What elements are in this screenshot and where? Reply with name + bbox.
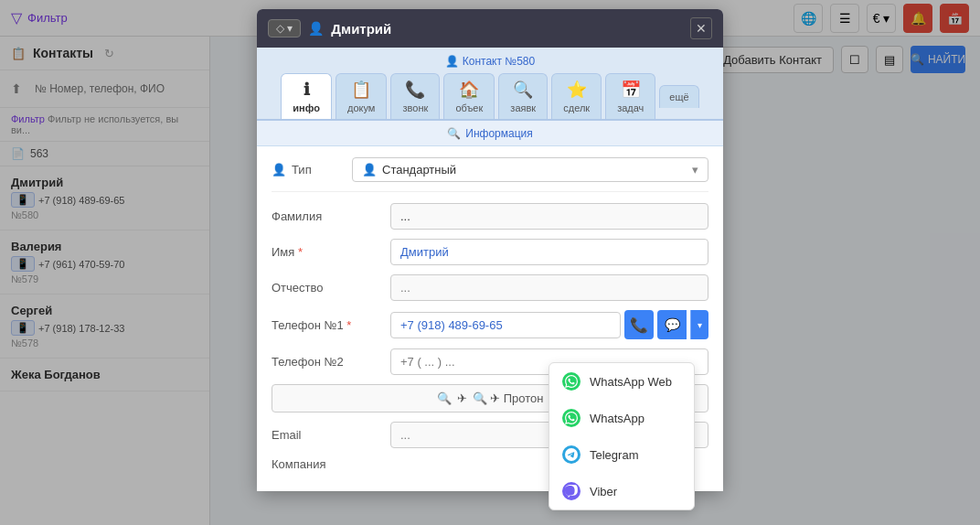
modal-tag-button[interactable]: ◇ ▾: [268, 19, 301, 38]
proton-label: 🔍 ✈ Протон: [473, 391, 544, 405]
info-icon: ℹ: [304, 80, 310, 100]
type-value: Стандартный: [382, 163, 456, 177]
requests-icon: 🔍: [513, 80, 533, 100]
whatsapp-web-label: WhatsApp Web: [590, 375, 672, 389]
tab-info[interactable]: ℹ инфо: [281, 73, 332, 119]
modal-contact-label: 👤 Контакт №580: [257, 55, 723, 68]
type-select[interactable]: 👤 Стандартный ▾: [352, 157, 708, 182]
last-name-input[interactable]: [390, 203, 708, 230]
phone1-input[interactable]: [390, 312, 621, 338]
phone2-label: Телефон №2: [272, 355, 390, 369]
required-marker: *: [298, 245, 303, 259]
telegram-label: Telegram: [590, 448, 638, 462]
modal-title-icon: 👤: [308, 21, 324, 36]
docs-icon: 📋: [351, 80, 371, 100]
middle-name-row: Отчество: [272, 274, 708, 301]
whatsapp-label: WhatsApp: [590, 412, 644, 425]
modal-titlebar: ◇ ▾ 👤 Дмитрий ✕: [257, 9, 723, 48]
deals-icon: ⭐: [567, 80, 587, 100]
phone1-row: Телефон №1 * 📞 💬 ▾: [272, 310, 708, 339]
viber-label: Viber: [590, 485, 617, 498]
phone-dropdown-button[interactable]: ▾: [690, 310, 708, 339]
more-label: ещё: [669, 91, 688, 102]
arrow-icon: ✈: [457, 391, 467, 405]
modal-overlay: ◇ ▾ 👤 Дмитрий ✕ 👤 Контакт №580 ℹ инфо 📋 …: [0, 0, 980, 525]
tab-requests-label: заявк: [510, 102, 536, 113]
tab-docs-label: докум: [347, 102, 375, 113]
tab-objects[interactable]: 🏠 объек: [443, 73, 495, 119]
whatsapp-web-icon: [562, 372, 581, 391]
subtab-info[interactable]: 🔍 Информация: [447, 127, 532, 140]
last-name-row: Фамилия: [272, 203, 708, 230]
tab-info-label: инфо: [293, 102, 320, 113]
middle-name-input[interactable]: [390, 274, 708, 301]
dropdown-viber[interactable]: Viber: [549, 473, 694, 509]
phone-message-button[interactable]: 💬: [657, 310, 687, 339]
modal-close-button[interactable]: ✕: [690, 17, 712, 39]
modal-title: Дмитрий: [331, 21, 683, 37]
tab-requests[interactable]: 🔍 заявк: [498, 73, 548, 119]
tab-tasks-label: задач: [617, 102, 644, 113]
company-label: Компания: [272, 457, 390, 471]
viber-icon: [562, 482, 581, 500]
first-name-label: Имя *: [272, 245, 390, 259]
subtab-icon: 🔍: [447, 127, 461, 140]
contact-icon: 👤: [445, 55, 459, 68]
tab-calls-label: звонк: [403, 102, 429, 113]
modal-tabs-bar: 👤 Контакт №580 ℹ инфо 📋 докум 📞 звонк 🏠: [257, 48, 723, 121]
phone1-input-wrap: 📞 💬 ▾: [390, 310, 708, 339]
dropdown-whatsapp[interactable]: WhatsApp: [549, 400, 694, 436]
type-row: 👤 Тип 👤 Стандартный ▾: [272, 157, 708, 192]
first-name-row: Имя *: [272, 239, 708, 265]
tab-calls[interactable]: 📞 звонк: [390, 73, 440, 119]
modal-subtab-bar: 🔍 Информация: [257, 121, 723, 146]
calls-icon: 📞: [405, 80, 425, 100]
whatsapp-icon: [562, 409, 581, 427]
tab-deals-label: сделк: [563, 102, 590, 113]
middle-name-label: Отчество: [272, 281, 390, 295]
email-label: Email: [272, 428, 390, 442]
type-icon: 👤: [362, 163, 377, 177]
tab-deals[interactable]: ⭐ сделк: [551, 73, 602, 119]
subtab-label: Информация: [465, 127, 532, 140]
telegram-icon: [562, 445, 581, 464]
tab-more[interactable]: ещё: [659, 85, 698, 108]
tasks-icon: 📅: [621, 80, 641, 100]
chevron-down-icon: ▾: [692, 163, 698, 177]
tab-docs[interactable]: 📋 докум: [336, 73, 387, 119]
tab-objects-label: объек: [455, 102, 483, 113]
dropdown-whatsapp-web[interactable]: WhatsApp Web: [549, 363, 694, 400]
modal-tabs: ℹ инфо 📋 докум 📞 звонк 🏠 объек 🔍 з: [257, 73, 723, 119]
person-icon: 👤: [272, 163, 286, 177]
phone1-label: Телефон №1 *: [272, 318, 390, 332]
last-name-label: Фамилия: [272, 209, 390, 223]
search-icon: 🔍: [437, 391, 452, 405]
dropdown-telegram[interactable]: Telegram: [549, 436, 694, 473]
phone-call-button[interactable]: 📞: [624, 310, 654, 339]
type-label: 👤 Тип: [272, 163, 345, 177]
objects-icon: 🏠: [459, 80, 479, 100]
phone-dropdown-menu: WhatsApp Web WhatsApp Telegram Viber: [549, 362, 695, 510]
first-name-input[interactable]: [390, 239, 708, 265]
tab-tasks[interactable]: 📅 задач: [605, 73, 655, 119]
